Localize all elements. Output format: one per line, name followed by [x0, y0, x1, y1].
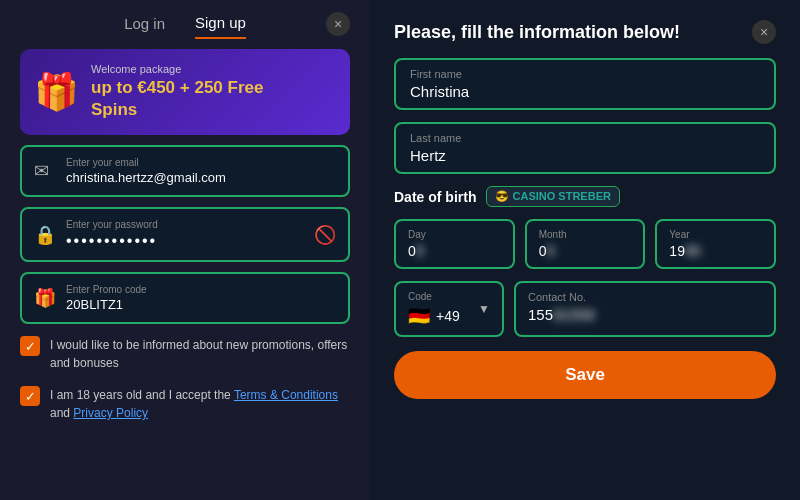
last-name-label: Last name — [410, 132, 760, 144]
last-name-field[interactable]: Last name Hertz — [394, 122, 776, 174]
day-value: 09 — [408, 243, 501, 259]
promo-label: Enter Promo code — [66, 284, 336, 295]
flag-icon: 🇩🇪 — [408, 305, 430, 327]
modal-close-left[interactable]: × — [326, 12, 350, 36]
password-inner: Enter your password •••••••••••• — [66, 219, 304, 250]
year-field[interactable]: Year 1995 — [655, 219, 776, 269]
checkbox-marketing[interactable]: ✓ — [20, 336, 40, 356]
email-value: christina.hertzz@gmail.com — [66, 170, 336, 185]
first-name-value: Christina — [410, 83, 760, 100]
right-header: Please, fill the information below! × — [394, 20, 776, 44]
email-inner: Enter your email christina.hertzz@gmail.… — [66, 157, 336, 185]
first-name-label: First name — [410, 68, 760, 80]
welcome-banner: 🎁 Welcome package up to €450 + 250 Free … — [20, 49, 350, 135]
promo-icon: 🎁 — [34, 287, 56, 309]
welcome-label: Welcome package — [91, 63, 336, 75]
phone-row: Code 🇩🇪 +49 ▼ Contact No. 15581558 — [394, 281, 776, 337]
month-value: 09 — [539, 243, 632, 259]
password-label: Enter your password — [66, 219, 304, 230]
privacy-link[interactable]: Privacy Policy — [73, 406, 148, 420]
checkbox-marketing-row: ✓ I would like to be informed about new … — [20, 334, 350, 374]
casino-badge: 😎 CASINO STREBER — [486, 186, 619, 207]
right-panel: Please, fill the information below! × Fi… — [370, 0, 800, 500]
year-value: 1995 — [669, 243, 762, 259]
checkbox-marketing-text: I would like to be informed about new pr… — [50, 336, 350, 372]
password-field-group[interactable]: 🔒 Enter your password •••••••••••• 🚫 — [20, 207, 350, 262]
welcome-icon: 🎁 — [34, 71, 79, 113]
tab-signup[interactable]: Sign up — [195, 14, 246, 39]
code-value: 🇩🇪 +49 — [408, 305, 472, 327]
country-code-text: +49 — [436, 308, 460, 324]
right-title: Please, fill the information below! — [394, 22, 680, 43]
promo-inner: Enter Promo code 20BLITZ1 — [66, 284, 336, 312]
email-field-group[interactable]: ✉ Enter your email christina.hertzz@gmai… — [20, 145, 350, 197]
month-field[interactable]: Month 09 — [525, 219, 646, 269]
password-dots: •••••••••••• — [66, 232, 304, 250]
day-field[interactable]: Day 09 — [394, 219, 515, 269]
terms-link[interactable]: Terms & Conditions — [234, 388, 338, 402]
dob-section: Date of birth 😎 CASINO STREBER — [394, 186, 776, 207]
left-panel: Log in Sign up × 🎁 Welcome package up to… — [0, 0, 370, 500]
welcome-main: up to €450 + 250 Free Spins — [91, 77, 336, 121]
email-icon: ✉ — [34, 160, 56, 182]
toggle-password-icon[interactable]: 🚫 — [314, 224, 336, 246]
contact-value: 15581558 — [528, 306, 762, 323]
month-label: Month — [539, 229, 632, 240]
day-label: Day — [408, 229, 501, 240]
country-code-selector[interactable]: Code 🇩🇪 +49 ▼ — [394, 281, 504, 337]
first-name-field[interactable]: First name Christina — [394, 58, 776, 110]
contact-number-field[interactable]: Contact No. 15581558 — [514, 281, 776, 337]
year-label: Year — [669, 229, 762, 240]
last-name-value: Hertz — [410, 147, 760, 164]
contact-label: Contact No. — [528, 291, 762, 303]
checkbox-terms-text: I am 18 years old and I accept the Terms… — [50, 386, 350, 422]
promo-value: 20BLITZ1 — [66, 297, 336, 312]
promo-field-group[interactable]: 🎁 Enter Promo code 20BLITZ1 — [20, 272, 350, 324]
welcome-text: Welcome package up to €450 + 250 Free Sp… — [91, 63, 336, 121]
modal-close-right[interactable]: × — [752, 20, 776, 44]
checkbox-terms-row: ✓ I am 18 years old and I accept the Ter… — [20, 384, 350, 424]
tab-login[interactable]: Log in — [124, 15, 165, 38]
chevron-down-icon: ▼ — [478, 302, 490, 316]
dob-label: Date of birth — [394, 189, 476, 205]
tabs: Log in Sign up × — [20, 0, 350, 39]
save-button[interactable]: Save — [394, 351, 776, 399]
lock-icon: 🔒 — [34, 224, 56, 246]
code-label: Code — [408, 291, 472, 302]
checkbox-terms[interactable]: ✓ — [20, 386, 40, 406]
dob-row: Day 09 Month 09 Year 1995 — [394, 219, 776, 269]
email-label: Enter your email — [66, 157, 336, 168]
